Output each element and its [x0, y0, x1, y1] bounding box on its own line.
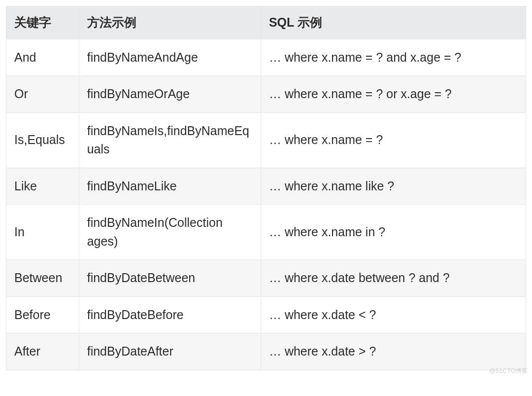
cell-sql: … where x.name in ?	[261, 205, 526, 260]
cell-method: findByDateBefore	[79, 296, 261, 333]
cell-sql: … where x.name like ?	[261, 168, 526, 205]
table-row: Or findByNameOrAge … where x.name = ? or…	[6, 76, 526, 113]
cell-method: findByNameLike	[79, 168, 261, 205]
table-row: Between findByDateBetween … where x.date…	[6, 260, 526, 297]
cell-method: findByNameIn(Collection ages)	[79, 205, 261, 260]
cell-method: findByNameAndAge	[79, 39, 261, 76]
cell-method: findByNameIs,findByNameEquals	[79, 112, 261, 168]
cell-keyword: After	[6, 333, 79, 370]
keyword-table: 关键字 方法示例 SQL 示例 And findByNameAndAge … w…	[6, 6, 526, 370]
cell-keyword: Or	[6, 76, 79, 113]
header-keyword: 关键字	[6, 6, 79, 39]
table-row: Before findByDateBefore … where x.date <…	[6, 296, 526, 333]
cell-sql: … where x.date < ?	[261, 296, 526, 333]
table-row: Like findByNameLike … where x.name like …	[6, 168, 526, 205]
cell-method: findByDateBetween	[79, 260, 261, 297]
watermark-text: @51CTO博客	[489, 367, 528, 375]
cell-sql: … where x.name = ? and x.age = ?	[261, 39, 526, 76]
cell-sql: … where x.name = ? or x.age = ?	[261, 76, 526, 113]
cell-keyword: Between	[6, 260, 79, 297]
cell-keyword: Before	[6, 296, 79, 333]
cell-keyword: Is,Equals	[6, 112, 79, 168]
table-row: And findByNameAndAge … where x.name = ? …	[6, 39, 526, 76]
header-sql: SQL 示例	[261, 6, 526, 39]
table-row: In findByNameIn(Collection ages) … where…	[6, 205, 526, 260]
cell-sql: … where x.date > ?	[261, 333, 526, 370]
table-row: Is,Equals findByNameIs,findByNameEquals …	[6, 112, 526, 168]
cell-keyword: Like	[6, 168, 79, 205]
table-header-row: 关键字 方法示例 SQL 示例	[6, 6, 526, 39]
cell-keyword: In	[6, 205, 79, 260]
header-method: 方法示例	[79, 6, 261, 39]
cell-sql: … where x.name = ?	[261, 112, 526, 168]
cell-keyword: And	[6, 39, 79, 76]
cell-sql: … where x.date between ? and ?	[261, 260, 526, 297]
cell-method: findByDateAfter	[79, 333, 261, 370]
cell-method: findByNameOrAge	[79, 76, 261, 113]
table-row: After findByDateAfter … where x.date > ?	[6, 333, 526, 370]
